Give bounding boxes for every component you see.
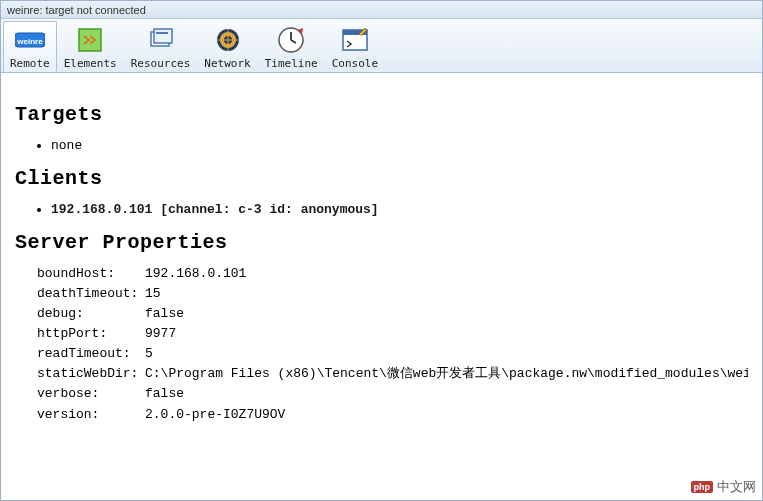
client-entry: 192.168.0.101 [channel: c-3 id: anonymou… — [51, 202, 379, 217]
server-property-row: readTimeout:5 — [37, 344, 748, 364]
server-property-row: deathTimeout:15 — [37, 284, 748, 304]
watermark-badge: php — [691, 481, 714, 493]
toolbar-label-elements: Elements — [64, 57, 117, 70]
server-property-value: 2.0.0-pre-I0Z7U9OV — [145, 405, 748, 425]
toolbar-elements[interactable]: Elements — [57, 21, 124, 72]
server-property-row: debug:false — [37, 304, 748, 324]
weinre-icon: weinre — [14, 24, 46, 56]
server-property-row: version:2.0.0-pre-I0Z7U9OV — [37, 405, 748, 425]
watermark-text: 中文网 — [717, 478, 756, 496]
server-property-row: httpPort:9977 — [37, 324, 748, 344]
svg-rect-5 — [156, 32, 168, 34]
watermark: php 中文网 — [691, 478, 757, 496]
server-property-value: 5 — [145, 344, 748, 364]
server-property-key: deathTimeout: — [37, 284, 145, 304]
server-property-row: verbose:false — [37, 384, 748, 404]
server-properties-heading: Server Properties — [15, 231, 748, 254]
window-title: weinre: target not connected — [7, 4, 146, 16]
server-property-value: 9977 — [145, 324, 748, 344]
toolbar-remote[interactable]: weinreRemote — [3, 21, 57, 72]
elements-icon — [74, 24, 106, 56]
toolbar-resources[interactable]: Resources — [124, 21, 198, 72]
svg-rect-4 — [154, 29, 172, 43]
clients-list: 192.168.0.101 [channel: c-3 id: anonymou… — [51, 200, 748, 221]
server-property-value: C:\Program Files (x86)\Tencent\微信web开发者工… — [145, 364, 748, 384]
server-property-key: debug: — [37, 304, 145, 324]
toolbar: weinreRemoteElementsResourcesNetworkTime… — [1, 19, 762, 73]
toolbar-network[interactable]: Network — [197, 21, 257, 72]
server-property-key: staticWebDir: — [37, 364, 145, 384]
server-property-value: 15 — [145, 284, 748, 304]
svg-text:weinre: weinre — [16, 37, 43, 46]
resources-icon — [145, 24, 177, 56]
main-content: Targets none Clients 192.168.0.101 [chan… — [1, 73, 762, 435]
server-property-key: version: — [37, 405, 145, 425]
server-property-key: boundHost: — [37, 264, 145, 284]
server-properties-table: boundHost:192.168.0.101deathTimeout:15de… — [37, 264, 748, 425]
server-property-key: readTimeout: — [37, 344, 145, 364]
server-property-row: staticWebDir:C:\Program Files (x86)\Tenc… — [37, 364, 748, 384]
toolbar-label-remote: Remote — [10, 57, 50, 70]
server-property-key: verbose: — [37, 384, 145, 404]
network-icon — [212, 24, 244, 56]
console-icon — [339, 24, 371, 56]
server-property-row: boundHost:192.168.0.101 — [37, 264, 748, 284]
toolbar-label-timeline: Timeline — [265, 57, 318, 70]
targets-list: none — [51, 136, 748, 157]
toolbar-label-resources: Resources — [131, 57, 191, 70]
server-property-value: 192.168.0.101 — [145, 264, 748, 284]
targets-heading: Targets — [15, 103, 748, 126]
toolbar-label-network: Network — [204, 57, 250, 70]
clients-heading: Clients — [15, 167, 748, 190]
server-property-key: httpPort: — [37, 324, 145, 344]
server-property-value: false — [145, 304, 748, 324]
targets-item: none — [51, 136, 748, 157]
clients-item[interactable]: 192.168.0.101 [channel: c-3 id: anonymou… — [51, 200, 748, 221]
toolbar-console[interactable]: Console — [325, 21, 385, 72]
toolbar-timeline[interactable]: Timeline — [258, 21, 325, 72]
toolbar-label-console: Console — [332, 57, 378, 70]
window-titlebar: weinre: target not connected — [1, 1, 762, 19]
timeline-icon — [275, 24, 307, 56]
server-property-value: false — [145, 384, 748, 404]
